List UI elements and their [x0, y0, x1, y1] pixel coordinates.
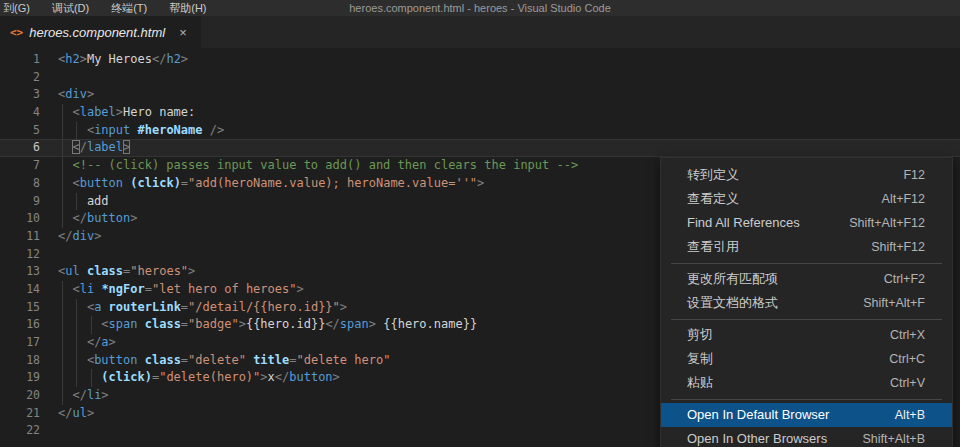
line-content: <h2>My Heroes</h2>: [40, 51, 960, 69]
line-content: <label>Hero name:: [40, 104, 960, 122]
indent-guide: [76, 334, 77, 352]
menu-item-0[interactable]: 转到定义F12: [661, 163, 952, 187]
code-token: >: [340, 300, 347, 314]
indent-guide: [76, 352, 77, 370]
code-token: </: [275, 370, 289, 384]
code-token: >: [80, 52, 87, 66]
line-number: 10: [0, 210, 40, 228]
code-token: "heroes": [130, 264, 188, 278]
menu-item-label: Open In Other Browsers: [687, 427, 827, 447]
line-number: 16: [0, 316, 40, 334]
indent-guide: [62, 281, 63, 299]
code-line-3[interactable]: 3<div>: [0, 86, 960, 104]
tab-label: heroes.component.html: [29, 25, 165, 40]
code-token: [58, 211, 72, 225]
indent-guide: [76, 299, 77, 317]
indent-guide: [62, 157, 63, 175]
code-token: label: [87, 140, 123, 154]
menu-item-2[interactable]: Find All ReferencesShift+Alt+F12: [661, 211, 952, 235]
code-token: routerLink: [109, 300, 181, 314]
code-token: [58, 317, 101, 331]
menu-item-9[interactable]: 复制Ctrl+C: [661, 347, 952, 371]
menu-item-10[interactable]: 粘贴Ctrl+V: [661, 371, 952, 395]
menubar-item-0[interactable]: 到(G): [0, 0, 41, 16]
code-token: *ngFor: [101, 282, 144, 296]
menu-item-label: 粘贴: [687, 371, 713, 395]
code-line-2[interactable]: 2: [0, 69, 960, 87]
code-token: <: [101, 317, 108, 331]
code-line-4[interactable]: 4 <label>Hero name:: [0, 104, 960, 122]
indent-guide: [62, 334, 63, 352]
menu-item-shortcut: Shift+Alt+F: [863, 291, 925, 315]
indent-guide: [62, 175, 63, 193]
code-token: input: [94, 123, 130, 137]
code-token: [58, 105, 72, 119]
indent-guide: [76, 193, 77, 211]
html-file-icon: <>: [10, 26, 23, 39]
code-token: >: [181, 52, 188, 66]
code-token: button: [87, 211, 130, 225]
menu-item-12[interactable]: Open In Default BrowserAlt+B: [661, 403, 952, 427]
indent-guide: [62, 387, 63, 405]
line-content: <input #heroName />: [40, 122, 960, 140]
indent-guide: [62, 139, 63, 157]
menu-item-13[interactable]: Open In Other BrowsersShift+Alt+B: [661, 427, 952, 447]
code-token: </: [325, 317, 339, 331]
code-token: "delete(hero)": [159, 370, 260, 384]
menubar-item-3[interactable]: 帮助(H): [158, 0, 217, 16]
line-number: 3: [0, 86, 40, 104]
code-token: >: [260, 370, 267, 384]
code-token: >: [116, 105, 123, 119]
menu-item-3[interactable]: 查看引用Shift+F12: [661, 235, 952, 259]
code-token: [80, 264, 87, 278]
code-token: [203, 123, 210, 137]
code-token: >: [101, 388, 108, 402]
code-token: [58, 370, 101, 384]
line-number: 11: [0, 228, 40, 246]
code-token: button: [80, 176, 123, 190]
menu-item-1[interactable]: 查看定义Alt+F12: [661, 187, 952, 211]
code-token: label: [80, 105, 116, 119]
menu-item-label: 设置文档的格式: [687, 291, 778, 315]
code-token: />: [210, 123, 224, 137]
menubar-item-1[interactable]: 调试(D): [41, 0, 100, 16]
code-token: [101, 300, 108, 314]
code-token: >: [296, 282, 303, 296]
code-token: <: [72, 176, 79, 190]
code-token: >: [333, 370, 340, 384]
line-content: <div>: [40, 86, 960, 104]
menu-item-8[interactable]: 剪切Ctrl+X: [661, 323, 952, 347]
code-token: "delete": [188, 353, 246, 367]
menu-item-shortcut: Shift+F12: [871, 235, 925, 259]
code-token: <!-- (click) passes input value to add()…: [72, 158, 578, 172]
code-token: [138, 317, 145, 331]
code-token: >: [130, 211, 137, 225]
code-line-1[interactable]: 1<h2>My Heroes</h2>: [0, 51, 960, 69]
code-token: a: [101, 335, 108, 349]
code-token: (click): [101, 370, 152, 384]
code-token: class: [87, 264, 123, 278]
code-line-5[interactable]: 5 <input #heroName />: [0, 122, 960, 140]
title-bar: 到(G)调试(D)终端(T)帮助(H) heroes.component.htm…: [0, 0, 960, 16]
menu-item-shortcut: Alt+B: [895, 403, 925, 427]
tab-heroes-component-html[interactable]: <> heroes.component.html ×: [0, 16, 201, 48]
indent-guide: [62, 122, 63, 140]
indent-guide: [91, 369, 92, 387]
line-number: 21: [0, 405, 40, 423]
code-line-6[interactable]: 6 </label>: [0, 139, 960, 157]
indent-guide: [62, 210, 63, 228]
code-token: </: [152, 52, 166, 66]
menubar-item-2[interactable]: 终端(T): [100, 0, 158, 16]
line-number: 14: [0, 281, 40, 299]
code-token: x: [268, 370, 275, 384]
editor-context-menu: 转到定义F12查看定义Alt+F12Find All ReferencesShi…: [660, 157, 953, 447]
code-token: =: [181, 176, 188, 190]
menu-item-shortcut: Ctrl+F2: [884, 267, 925, 291]
menu-item-5[interactable]: 更改所有匹配项Ctrl+F2: [661, 267, 952, 291]
menu-item-6[interactable]: 设置文档的格式Shift+Alt+F: [661, 291, 952, 315]
line-number: 4: [0, 104, 40, 122]
code-token: =: [181, 300, 188, 314]
tab-close-icon[interactable]: ×: [175, 25, 191, 40]
code-token: li: [80, 282, 94, 296]
line-number: 19: [0, 369, 40, 387]
